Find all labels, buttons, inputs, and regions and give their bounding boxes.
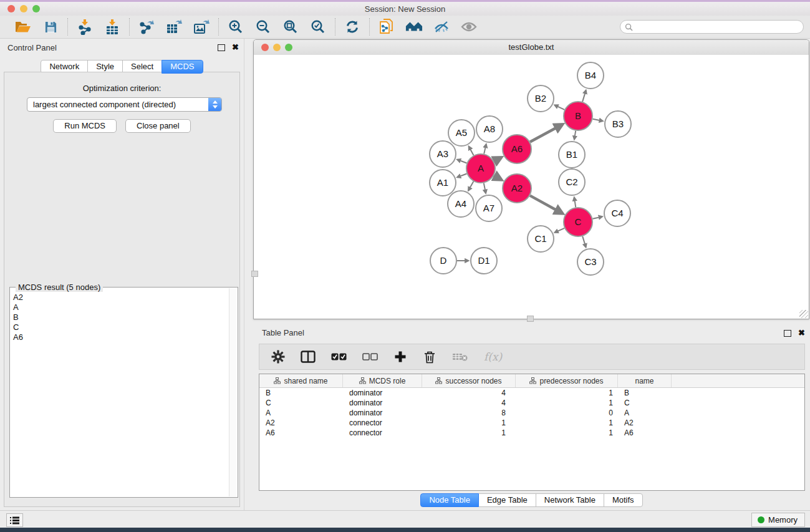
table-cell[interactable]: 1: [516, 418, 618, 427]
table-cell[interactable]: dominator: [343, 399, 422, 407]
table-cell[interactable]: C: [618, 399, 672, 407]
zoom-in-button[interactable]: [227, 18, 244, 36]
horizontal-scroll-handle[interactable]: [527, 316, 534, 322]
table-cell[interactable]: A: [618, 409, 672, 417]
table-cell[interactable]: B: [618, 389, 672, 397]
graph-edge-B-B3[interactable]: [593, 119, 603, 121]
table-tab-network-table[interactable]: Network Table: [536, 493, 604, 507]
export-image-button[interactable]: [193, 18, 210, 36]
table-tab-edge-table[interactable]: Edge Table: [478, 493, 536, 507]
table-options-gear-button[interactable]: [271, 349, 285, 364]
table-cell[interactable]: 1: [516, 389, 618, 397]
show-all-button[interactable]: [460, 18, 478, 36]
hide-selected-button[interactable]: [433, 18, 450, 36]
column-header-predecessor-nodes[interactable]: predecessor nodes: [516, 374, 618, 387]
close-panel-button[interactable]: Close panel: [125, 119, 191, 133]
zoom-selected-button[interactable]: [309, 18, 327, 36]
vertical-scroll-handle[interactable]: [251, 271, 258, 277]
graph-edge-A-A3[interactable]: [457, 160, 466, 163]
table-cell[interactable]: 1: [422, 428, 516, 437]
graph-edge-C-C2[interactable]: [574, 198, 576, 208]
column-header-name[interactable]: name: [618, 374, 672, 387]
zoom-fit-button[interactable]: [282, 18, 299, 36]
graph-edge-A2-C[interactable]: [530, 196, 562, 213]
window-resize-grip[interactable]: [799, 310, 808, 318]
close-table-panel-icon[interactable]: ✖: [798, 329, 805, 337]
zoom-out-button[interactable]: [254, 18, 272, 36]
table-tab-motifs[interactable]: Motifs: [604, 493, 643, 507]
float-table-panel-icon[interactable]: [784, 330, 791, 337]
refresh-layout-button[interactable]: [344, 18, 361, 36]
first-neighbors-button[interactable]: [405, 18, 423, 36]
table-cell[interactable]: 4: [422, 399, 516, 407]
table-tab-node-table[interactable]: Node Table: [420, 493, 479, 507]
table-cell[interactable]: connector: [343, 418, 422, 427]
table-cell[interactable]: A: [259, 409, 343, 417]
graph-edge-A-A6[interactable]: [494, 158, 501, 162]
table-row[interactable]: Adominator80A: [259, 408, 804, 418]
mcds-result-item[interactable]: B: [11, 312, 229, 322]
table-cell[interactable]: A2: [259, 418, 343, 427]
import-network-button[interactable]: [76, 18, 94, 36]
table-cell[interactable]: dominator: [343, 409, 422, 417]
column-header-shared-name[interactable]: shared name: [259, 374, 343, 387]
mcds-result-item[interactable]: A: [11, 302, 229, 312]
graph-edge-C-C1[interactable]: [555, 228, 564, 233]
graph-edge-A6-B[interactable]: [530, 125, 562, 142]
delete-column-button[interactable]: [423, 349, 436, 364]
show-column-button[interactable]: [301, 349, 316, 364]
table-cell[interactable]: B: [259, 389, 343, 397]
graph-edge-B-B1[interactable]: [574, 131, 576, 140]
result-scrollbar[interactable]: [229, 288, 237, 496]
graph-edge-B-B2[interactable]: [555, 105, 565, 110]
close-panel-icon[interactable]: ✖: [232, 44, 239, 51]
table-cell[interactable]: 4: [422, 389, 516, 397]
new-network-from-selection-button[interactable]: [378, 18, 395, 36]
table-cell[interactable]: 0: [516, 409, 618, 417]
graph-edge-A-A8[interactable]: [484, 144, 486, 153]
table-cell[interactable]: 1: [516, 399, 618, 407]
save-session-button[interactable]: [42, 18, 59, 36]
graph-edge-A-A4[interactable]: [468, 181, 473, 190]
graph-edge-B-B4[interactable]: [582, 90, 586, 102]
select-all-rows-button[interactable]: [331, 349, 347, 364]
column-header-MCDS-role[interactable]: MCDS role: [343, 374, 422, 387]
function-builder-button[interactable]: f(x): [484, 349, 502, 364]
table-row[interactable]: Cdominator41C: [259, 398, 804, 408]
table-cell[interactable]: 8: [422, 409, 516, 417]
graph-edge-A-A2[interactable]: [494, 176, 501, 180]
mcds-result-item[interactable]: C: [11, 322, 229, 332]
graph-edge-C-C3[interactable]: [582, 236, 586, 247]
graph-edge-A-A1[interactable]: [457, 174, 466, 178]
table-cell[interactable]: 1: [516, 428, 618, 437]
network-window-titlebar[interactable]: testGlobe.txt: [254, 40, 809, 56]
export-table-button[interactable]: [165, 18, 183, 36]
criterion-dropdown[interactable]: largest connected component (directed): [27, 97, 222, 112]
table-cell[interactable]: A6: [259, 428, 343, 437]
open-file-button[interactable]: [14, 18, 32, 36]
network-canvas[interactable]: B4B2BB3B1A5A8A6A3AA1A2C2A4A7CC4C1C3DD1: [254, 55, 809, 319]
table-cell[interactable]: A6: [618, 428, 672, 437]
mcds-result-item[interactable]: A2: [11, 293, 229, 302]
tab-mcds[interactable]: MCDS: [162, 60, 203, 74]
graph-edge-A-A5[interactable]: [469, 147, 474, 155]
table-row[interactable]: Bdominator41B: [259, 388, 804, 398]
deselect-all-rows-button[interactable]: [362, 349, 378, 364]
import-table-button[interactable]: [104, 18, 121, 36]
float-panel-icon[interactable]: [218, 44, 225, 51]
memory-button[interactable]: Memory: [751, 513, 805, 527]
table-cell[interactable]: connector: [343, 428, 422, 437]
graph-edge-C-C4[interactable]: [592, 216, 602, 218]
mcds-result-item[interactable]: A6: [11, 332, 229, 342]
table-cell[interactable]: C: [259, 399, 343, 407]
export-network-button[interactable]: [138, 18, 155, 36]
table-cell[interactable]: A2: [618, 418, 672, 427]
graph-edge-A-A7[interactable]: [484, 183, 486, 193]
search-input[interactable]: [633, 22, 803, 32]
table-cell[interactable]: dominator: [343, 389, 422, 397]
table-row[interactable]: A2connector11A2: [259, 418, 804, 428]
table-cell[interactable]: 1: [422, 418, 516, 427]
delete-table-button[interactable]: [452, 349, 468, 364]
show-panels-button[interactable]: [6, 513, 23, 527]
run-mcds-button[interactable]: Run MCDS: [53, 119, 117, 133]
